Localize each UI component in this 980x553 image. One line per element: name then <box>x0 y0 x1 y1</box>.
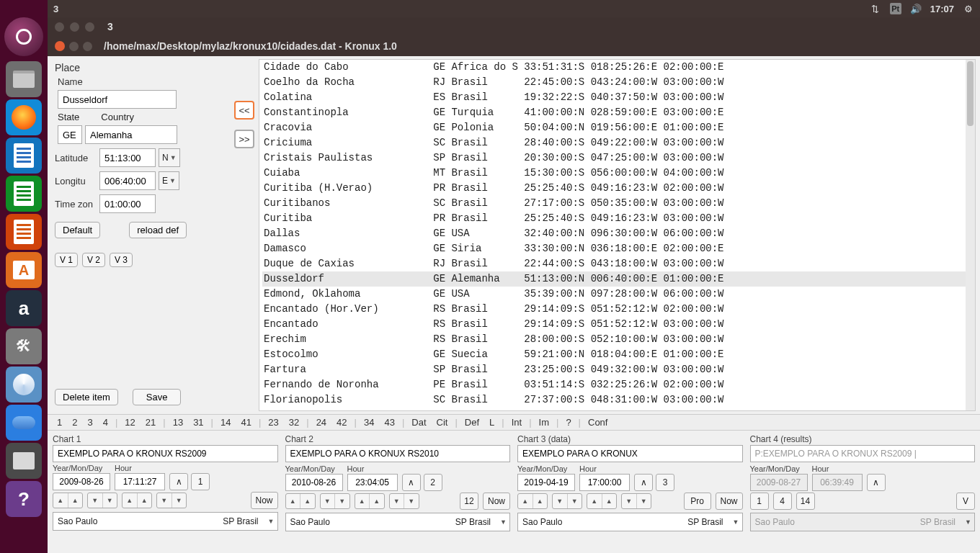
delete-item-button[interactable]: Delete item <box>55 389 118 405</box>
latitude-input[interactable] <box>99 148 156 167</box>
ubuntu-dash-button[interactable] <box>4 17 43 56</box>
network-icon[interactable]: ⇅ <box>870 3 881 14</box>
chart-4-name-input[interactable] <box>750 445 976 462</box>
lon-hem-dropdown[interactable]: E▼ <box>159 171 179 190</box>
menu-item-14[interactable]: 14 <box>215 417 236 428</box>
menu-item-4[interactable]: 4 <box>98 417 113 428</box>
menu-item-34[interactable]: 34 <box>359 417 379 428</box>
menu-item-l[interactable]: L <box>484 417 499 428</box>
menu-item-def[interactable]: Def <box>460 417 484 428</box>
transfer-left-button[interactable]: << <box>234 101 254 120</box>
keyboard-layout-indicator[interactable]: Pt <box>890 3 901 14</box>
city-row[interactable]: Encantado (Hor.Ver) RS Brasil 29:14:09:S… <box>262 302 972 317</box>
chart-3-hour-spin-down[interactable]: ▼▼ <box>621 493 651 509</box>
chart-2-hour-input[interactable] <box>347 474 398 491</box>
chart-3-hour-input[interactable] <box>579 474 630 491</box>
menu-item-?[interactable]: ? <box>561 417 576 428</box>
city-row[interactable]: Cristais Paulistas SP Brasil 20:30:00:S … <box>262 150 972 166</box>
chart-2-date-spin-down[interactable]: ▼▼ <box>320 493 350 509</box>
reload-def-button[interactable]: reload def <box>129 222 187 238</box>
minimize-icon[interactable] <box>70 22 79 32</box>
close-icon[interactable] <box>55 41 65 51</box>
city-row[interactable]: Dusseldorf GE Alemanha 51:13:00:N 006:40… <box>262 271 972 287</box>
chart-2-hour-spin-down[interactable]: ▼▼ <box>389 493 419 509</box>
chart-3-location-select[interactable]: Sao PauloSP Brasil▼ <box>517 513 743 531</box>
maximize-icon[interactable] <box>85 22 94 32</box>
chart-1-name-input[interactable] <box>53 445 278 462</box>
menu-item-41[interactable]: 41 <box>236 417 256 428</box>
city-row[interactable]: Curitibanos SC Brasil 27:17:00:S 050:35:… <box>262 196 972 211</box>
city-row[interactable]: Curitiba PR Brasil 25:25:40:S 049:16:23:… <box>262 211 972 226</box>
clock[interactable]: 17:07 <box>930 4 954 14</box>
amazon-icon[interactable]: a <box>6 290 42 326</box>
chart-2-now-button[interactable]: Now <box>483 493 510 510</box>
menu-item-23[interactable]: 23 <box>263 417 283 428</box>
chart-2-date-input[interactable] <box>285 474 343 491</box>
disk-utility-icon[interactable] <box>6 367 42 403</box>
menu-item-21[interactable]: 21 <box>141 417 161 428</box>
city-row[interactable]: Cracovia GE Polonia 50:04:00:N 019:56:00… <box>262 120 972 135</box>
v3-button[interactable]: V 3 <box>110 253 133 267</box>
system-gear-icon[interactable]: ⚙ <box>963 3 974 14</box>
chart-1-hour-spin-down[interactable]: ▼▼ <box>156 493 187 508</box>
menu-item-42[interactable]: 42 <box>331 417 352 428</box>
help-icon[interactable]: ? <box>6 481 42 517</box>
city-row[interactable]: Constantinopla GE Turquia 41:00:00:N 028… <box>262 105 972 120</box>
chart-1-hour-spin[interactable]: ▲▲ <box>122 493 152 508</box>
menu-item-12[interactable]: 12 <box>120 417 140 428</box>
sound-icon[interactable]: 🔊 <box>910 3 922 14</box>
ubuntu-software-icon[interactable]: A <box>6 252 42 288</box>
name-input[interactable] <box>58 90 177 109</box>
city-row[interactable]: Edmond, Oklahoma GE USA 35:39:00:N 097:2… <box>262 287 972 302</box>
chart-4-p14-button[interactable]: 14 <box>796 493 815 510</box>
city-row[interactable]: Florianopolis SC Brasil 27:37:00:S 048:3… <box>262 392 972 408</box>
city-row[interactable]: Criciuma SC Brasil 28:40:00:S 049:22:00:… <box>262 135 972 150</box>
libreoffice-writer-icon[interactable] <box>6 138 42 174</box>
lat-hem-dropdown[interactable]: N▼ <box>159 148 180 167</box>
menu-item-1[interactable]: 1 <box>52 417 67 428</box>
scrollbar[interactable] <box>966 60 975 410</box>
city-row[interactable]: Fartura SP Brasil 23:25:00:S 049:32:00:W… <box>262 362 972 377</box>
window-3-titlebar[interactable]: 3 <box>48 17 980 36</box>
menubar[interactable]: 1234|1221|1331|1441|2332|2442|3443|DatCi… <box>48 414 980 431</box>
chart-4-p1-button[interactable]: 1 <box>750 493 769 510</box>
firefox-icon[interactable] <box>6 99 42 135</box>
city-row[interactable]: Dallas GE USA 32:40:00:N 096:30:00:W 06:… <box>262 226 972 241</box>
chart-3-date-input[interactable] <box>517 474 575 491</box>
menu-item-24[interactable]: 24 <box>311 417 331 428</box>
country-input[interactable] <box>85 125 177 144</box>
chart-1-date-spin-down[interactable]: ▼▼ <box>87 493 117 508</box>
chart-1-hour-input[interactable] <box>115 473 165 490</box>
chart-1-date-input[interactable] <box>53 473 110 490</box>
menu-item-3[interactable]: 3 <box>82 417 97 428</box>
state-input[interactable] <box>58 125 82 144</box>
default-button[interactable]: Default <box>55 222 100 238</box>
chart-2-n2-button[interactable]: 2 <box>424 474 442 491</box>
menu-item-im[interactable]: Im <box>534 417 554 428</box>
city-row[interactable]: Fernando de Noronha PE Brasil 03:51:14:S… <box>262 377 972 392</box>
menu-item-43[interactable]: 43 <box>379 417 399 428</box>
maximize-icon[interactable] <box>83 42 92 51</box>
chart-3-date-spin-down[interactable]: ▼▼ <box>552 493 582 509</box>
scrollbar-thumb[interactable] <box>967 61 974 126</box>
close-icon[interactable] <box>55 22 64 32</box>
chart-4-v-button[interactable]: V <box>956 493 975 510</box>
menu-item-dat[interactable]: Dat <box>406 417 431 428</box>
chart-3-now-button[interactable]: Now <box>716 493 743 510</box>
city-row[interactable]: Cuiaba MT Brasil 15:30:00:S 056:00:00:W … <box>262 166 972 181</box>
city-row[interactable]: Duque de Caxias RJ Brasil 22:44:00:S 043… <box>262 256 972 271</box>
chart-1-location-select[interactable]: Sao PauloSP Brasil▼ <box>53 512 278 531</box>
chart-1-up-button[interactable]: ∧ <box>169 473 188 490</box>
v2-button[interactable]: V 2 <box>82 253 105 267</box>
chart-3-up-button[interactable]: ∧ <box>634 474 653 491</box>
menu-item-conf[interactable]: Conf <box>583 417 612 428</box>
menu-item-cit[interactable]: Cit <box>432 417 453 428</box>
settings-tool-icon[interactable]: 🛠 <box>6 328 42 364</box>
city-row[interactable]: Erechim RS Brasil 28:00:00:S 052:10:00:W… <box>262 332 972 347</box>
chart-2-hour-spin[interactable]: ▲▲ <box>355 493 385 509</box>
city-list[interactable]: Cidade do Cabo GE Africa do S 33:51:31:S… <box>259 59 976 411</box>
city-row[interactable]: Cidade do Cabo GE Africa do S 33:51:31:S… <box>262 60 972 75</box>
chart-1-now-button[interactable]: Now <box>251 492 278 509</box>
city-row[interactable]: Encantado RS Brasil 29:14:09:S 051:52:12… <box>262 317 972 332</box>
minimize-icon[interactable] <box>69 42 79 51</box>
